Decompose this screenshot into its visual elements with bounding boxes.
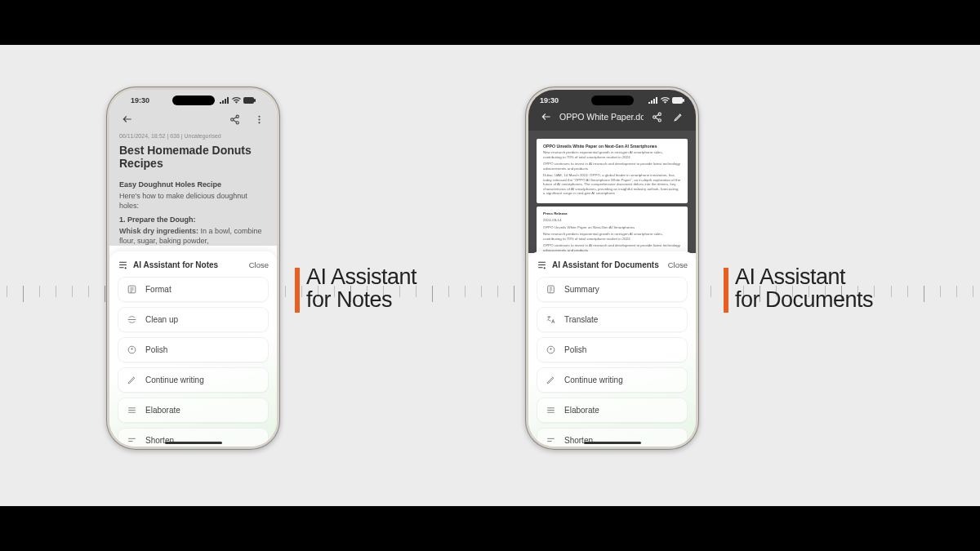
dynamic-island [172,96,215,105]
back-button[interactable] [119,111,136,127]
option-format[interactable]: Format [118,277,269,302]
pencil-icon [673,112,684,122]
ai-list-icon [537,260,547,270]
status-time: 19:30 [131,96,149,104]
doc-heading: OPPO Unveils White Paper on Next-Gen AI … [543,144,681,149]
sheet-title-row: AI Assistant for Documents [537,260,659,270]
option-label: Polish [145,345,167,354]
note-step-head: 1. Prepare the Dough: [119,215,267,224]
label-notes: AI Assistant for Notes [306,265,416,312]
format-icon [127,284,137,295]
option-label: Format [145,285,172,294]
option-summary[interactable]: Summary [537,277,688,302]
share-icon [229,114,240,125]
doc-heading: OPPO Unveils White Paper on Next-Gen AI … [543,225,681,230]
label-docs: AI Assistant for Documents [735,265,873,312]
option-continue-writing[interactable]: Continue writing [537,367,688,393]
translate-icon [546,314,556,325]
sheet-close-button[interactable]: Close [668,260,688,269]
docs-toolbar: OPPO White Paper.docx [528,108,696,131]
signal-icon [648,97,658,104]
kebab-icon [254,114,265,125]
sheet-header: AI Assistant for Notes Close [118,260,269,270]
option-translate[interactable]: Translate [537,307,688,332]
note-step-line: Whisk dry ingredients: In a bowl, combin… [119,226,267,246]
doc-paragraph: OPPO continues to invest in AI research … [543,162,681,171]
label-docs-line2: for Documents [735,288,873,311]
label-docs-line1: AI Assistant [735,265,873,288]
note-intro: Here's how to make delicious doughnut ho… [119,191,267,211]
svg-point-3 [230,118,233,120]
status-indicators [648,97,684,104]
polish-icon [127,344,137,355]
note-title: Best Homemade Donuts Recipes [119,144,267,176]
svg-point-6 [258,118,260,120]
svg-rect-11 [683,99,684,102]
shorten-icon [546,435,556,446]
sheet-title-text: AI Assistant for Notes [133,260,218,269]
phone-mock-notes: 19:30 [106,87,280,450]
option-elaborate[interactable]: Elaborate [118,398,269,423]
status-time: 19:30 [540,96,559,104]
svg-point-7 [258,122,260,123]
label-notes-line1: AI Assistant [306,265,416,288]
svg-point-12 [658,113,661,115]
phone-mock-docs: 19:30 OPPO White Paper.docx [525,87,699,450]
option-polish[interactable]: Polish [537,337,688,362]
sheet-header: AI Assistant for Documents Close [537,260,688,270]
option-label: Continue writing [564,375,623,384]
docs-viewport[interactable]: OPPO Unveils White Paper on Next-Gen AI … [528,131,696,253]
option-label: Elaborate [564,406,599,415]
elaborate-icon [127,405,137,415]
back-button[interactable] [538,109,555,125]
option-elaborate[interactable]: Elaborate [537,398,688,423]
ai-list-icon [118,260,128,270]
pen-icon [127,375,137,385]
wifi-icon [232,97,241,104]
share-button[interactable] [226,111,243,127]
sheet-title-row: AI Assistant for Notes [118,260,218,270]
option-label: Summary [564,285,599,294]
note-step-bold: Whisk dry ingredients: [119,227,198,235]
ai-sheet-docs: AI Assistant for Documents Close Summary… [528,251,696,447]
svg-rect-1 [254,99,256,102]
option-continue-writing[interactable]: Continue writing [118,367,269,393]
status-indicators [220,97,256,104]
option-label: Elaborate [145,406,180,415]
note-metadata: 06/11/2024, 18:52 | 638 | Uncategorised [119,131,267,144]
arrow-left-icon [541,111,552,122]
summary-icon [546,284,556,295]
doc-press-label: Press Release [543,211,681,216]
dynamic-island [591,96,634,105]
phone-screen-docs: 19:30 OPPO White Paper.docx [528,90,696,447]
more-button[interactable] [251,111,267,127]
svg-point-5 [258,115,260,117]
option-label: Clean up [145,315,178,324]
battery-icon [672,97,684,104]
document-page: OPPO Unveils White Paper on Next-Gen AI … [537,139,688,203]
sheet-close-button[interactable]: Close [249,260,269,269]
ai-sheet-notes: AI Assistant for Notes Close Format Clea… [109,251,277,447]
note-subtitle: Easy Doughnut Holes Recipe [119,180,267,189]
cleanup-icon [127,314,137,325]
option-cleanup[interactable]: Clean up [118,307,269,332]
svg-point-14 [658,118,661,121]
pen-icon [546,375,556,385]
edit-button[interactable] [670,109,686,125]
svg-rect-10 [672,97,683,104]
option-label: Polish [564,345,586,354]
note-body: Easy Doughnut Holes Recipe Here's how to… [119,180,267,246]
home-indicator [165,442,222,444]
share-button[interactable] [648,109,665,125]
label-notes-line2: for Notes [306,288,416,311]
presentation-stage: AI Assistant for Notes AI Assistant for … [0,0,980,551]
svg-point-2 [236,115,238,118]
option-label: Continue writing [145,375,204,384]
doc-date: 2024-03-14 [543,218,681,223]
svg-point-13 [653,115,655,118]
wifi-icon [661,97,670,104]
accent-bar-notes [295,268,300,313]
option-polish[interactable]: Polish [118,337,269,362]
canvas-background: AI Assistant for Notes AI Assistant for … [0,45,980,506]
share-icon [652,112,662,122]
